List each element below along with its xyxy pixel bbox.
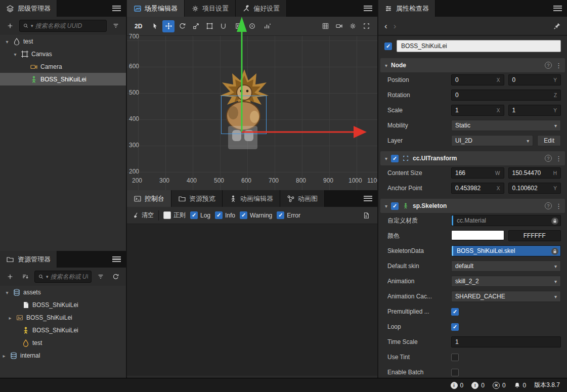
custom-material-field[interactable]: cc.Material	[451, 215, 561, 226]
scene-menu-icon[interactable]	[364, 6, 372, 11]
position-x-field[interactable]: 0X	[451, 74, 504, 85]
assets-tab[interactable]: 资源管理器	[0, 251, 57, 268]
export-log-button[interactable]	[360, 209, 372, 222]
node-section-header[interactable]: Node	[380, 58, 565, 72]
tree-item-canvas[interactable]: Canvas	[0, 48, 126, 60]
inspector-menu-icon[interactable]	[553, 6, 562, 11]
asset-item-test-scene[interactable]: test	[0, 336, 126, 349]
fullscreen-button[interactable]	[360, 20, 372, 32]
position-y-field[interactable]: 0Y	[508, 74, 561, 85]
animation-cache-select[interactable]: SHARED_CACHE	[451, 291, 561, 302]
scene-settings-button[interactable]	[346, 20, 359, 32]
color-swatch[interactable]	[451, 230, 504, 240]
assets-menu-icon[interactable]	[112, 256, 121, 262]
tree-item-test[interactable]: test	[0, 35, 126, 48]
select-tool-button[interactable]	[149, 20, 161, 32]
status-warning-counter[interactable]: ! 0	[471, 382, 485, 389]
section-menu-icon[interactable]	[555, 155, 560, 162]
tab-scene-editor[interactable]: 场景编辑器	[127, 0, 185, 17]
rotate-tool-button[interactable]	[176, 20, 188, 32]
time-scale-field[interactable]: 1	[451, 336, 561, 347]
pivot-button[interactable]	[246, 20, 258, 32]
asset-item-assets-root[interactable]: assets	[0, 286, 126, 298]
filter-log-toggle[interactable]: Log	[190, 211, 210, 219]
filter-warning-toggle[interactable]: Warning	[240, 211, 272, 219]
anchor-x-field[interactable]: 0.453982X	[451, 183, 504, 194]
expander-icon[interactable]	[7, 314, 13, 321]
sort-assets-button[interactable]	[19, 271, 31, 283]
assets-search-input[interactable]	[51, 273, 88, 280]
mode-2d-button[interactable]: 2D	[131, 20, 146, 32]
premultiplied-checkbox[interactable]	[451, 308, 459, 316]
expander-icon[interactable]	[4, 289, 10, 296]
asset-item-boss-skeleton[interactable]: BOSS_ShiKuiLei	[0, 324, 126, 336]
scene-camera-button[interactable]	[333, 20, 345, 32]
scale-x-field[interactable]: 1X	[451, 105, 504, 116]
tab-preferences[interactable]: 偏好设置	[236, 0, 287, 17]
status-error-counter[interactable]: ✕ 0	[493, 382, 506, 389]
history-back-button[interactable]	[384, 22, 387, 30]
refresh-assets-button[interactable]	[110, 271, 122, 283]
hierarchy-filter-button[interactable]	[110, 20, 122, 32]
help-icon[interactable]	[545, 62, 552, 69]
console-menu-icon[interactable]	[364, 196, 372, 201]
grid-toggle-button[interactable]	[319, 20, 331, 32]
rotation-z-field[interactable]: 0Z	[451, 90, 561, 101]
scene-viewport[interactable]: 700 600 500 400 300 200 200 300 400 500 …	[127, 36, 377, 190]
loop-checkbox[interactable]	[451, 323, 459, 331]
inspector-tab[interactable]: 属性检查器	[378, 0, 435, 17]
status-info-counter[interactable]: i 0	[451, 382, 464, 389]
snap-button[interactable]	[232, 20, 244, 32]
regex-checkbox[interactable]	[163, 211, 171, 219]
help-icon[interactable]	[545, 155, 552, 162]
tree-item-boss[interactable]: BOSS_ShiKuiLei	[0, 73, 126, 85]
content-size-w-field[interactable]: 166W	[451, 167, 504, 179]
enable-batch-checkbox[interactable]	[451, 369, 459, 376]
animation-select[interactable]: skill_2_2	[451, 276, 561, 287]
filter-info-toggle[interactable]: Info	[215, 211, 235, 219]
uitransform-section-header[interactable]: cc.UITransform	[380, 151, 565, 165]
help-icon[interactable]	[545, 202, 552, 209]
asset-item-internal[interactable]: internal	[0, 349, 126, 362]
hierarchy-search-input[interactable]	[35, 22, 103, 29]
anchor-y-field[interactable]: 0.100602Y	[508, 183, 561, 194]
assets-search[interactable]: ▾	[34, 271, 92, 283]
section-menu-icon[interactable]	[555, 202, 560, 210]
error-checkbox[interactable]	[277, 211, 284, 219]
clear-console-button[interactable]: 清空	[132, 211, 154, 220]
lock-icon[interactable]	[551, 247, 559, 255]
hierarchy-search[interactable]: ▾	[19, 20, 107, 32]
tree-item-camera[interactable]: Camera	[0, 60, 126, 73]
section-menu-icon[interactable]	[555, 62, 560, 69]
tab-project-settings[interactable]: 项目设置	[185, 0, 236, 17]
default-skin-select[interactable]: default	[451, 260, 561, 272]
rect-tool-button[interactable]	[203, 20, 215, 32]
create-asset-button[interactable]	[4, 271, 16, 283]
content-size-h-field[interactable]: 150.54470H	[508, 167, 561, 179]
asset-item-boss-image[interactable]: BOSS_ShiKuiLei	[0, 311, 126, 324]
expander-icon[interactable]	[4, 38, 10, 45]
scale-tool-button[interactable]	[190, 20, 202, 32]
log-checkbox[interactable]	[190, 211, 198, 219]
hierarchy-menu-icon[interactable]	[112, 6, 121, 11]
warning-checkbox[interactable]	[240, 211, 247, 219]
filter-error-toggle[interactable]: Error	[277, 211, 300, 219]
skeleton-enabled-checkbox[interactable]	[391, 202, 399, 210]
tab-animation-editor[interactable]: 动画编辑器	[223, 190, 280, 207]
info-checkbox[interactable]	[215, 211, 223, 219]
color-hex-field[interactable]: FFFFFF	[508, 230, 561, 241]
tab-animation-graph[interactable]: 动画图	[280, 190, 325, 207]
anchor-tool-button[interactable]	[217, 20, 229, 32]
stats-button[interactable]	[261, 20, 273, 32]
node-active-checkbox[interactable]	[384, 42, 392, 50]
edit-layer-button[interactable]: Edit	[537, 135, 561, 146]
node-name-input[interactable]	[397, 40, 561, 52]
use-tint-checkbox[interactable]	[451, 354, 459, 361]
tab-console[interactable]: 控制台	[127, 190, 171, 207]
skeleton-section-header[interactable]: sp.Skeleton	[380, 199, 565, 213]
status-notice-counter[interactable]: 0	[514, 382, 527, 389]
hierarchy-tab[interactable]: 层级管理器	[0, 0, 57, 17]
expander-icon[interactable]	[1, 352, 7, 359]
lock-icon[interactable]	[551, 217, 559, 225]
create-node-button[interactable]	[4, 20, 16, 32]
